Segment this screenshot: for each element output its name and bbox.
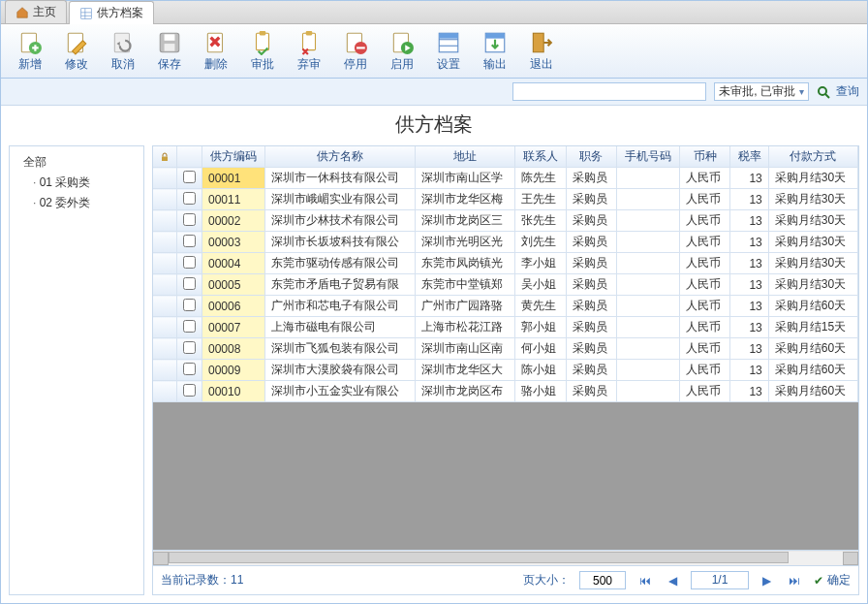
row-checkbox-cell[interactable]: [177, 210, 202, 232]
cell-name: 深圳市少林技术有限公司: [265, 210, 416, 232]
page-size-input[interactable]: [579, 571, 626, 589]
cell-tax: 13: [730, 232, 768, 253]
cell-name: 深圳市飞狐包装有限公司: [265, 338, 416, 360]
data-grid[interactable]: 供方编码供方名称地址联系人职务手机号码币种税率付款方式 00001深圳市一休科技…: [153, 146, 858, 550]
exit-button[interactable]: 退出: [518, 27, 565, 76]
row-checkbox-cell[interactable]: [177, 360, 202, 381]
settings-button[interactable]: 设置: [425, 27, 472, 76]
column-header-0[interactable]: 供方编码: [202, 146, 265, 168]
delete-button[interactable]: 删除: [193, 27, 239, 76]
cell-name: 东莞市驱动传感有限公司: [265, 253, 416, 274]
cell-job: 采购员: [566, 253, 616, 274]
row-checkbox-cell[interactable]: [177, 338, 202, 360]
ok-button[interactable]: ✔ 确定: [814, 572, 851, 588]
row-lock-cell: [153, 210, 177, 232]
grid-wrap: 供方编码供方名称地址联系人职务手机号码币种税率付款方式 00001深圳市一休科技…: [152, 145, 859, 595]
cell-pay: 采购月结30天: [768, 168, 857, 189]
tree-item-0[interactable]: 全部: [14, 152, 140, 173]
scroll-right-button[interactable]: [843, 552, 858, 565]
reject-button[interactable]: 弃审: [286, 27, 332, 76]
cell-tax: 13: [730, 210, 768, 232]
lock-column-header: [153, 146, 177, 168]
table-row[interactable]: 00009深圳市大漠胶袋有限公司深圳市龙华区大陈小姐采购员人民币13采购月结60…: [153, 360, 858, 381]
column-header-3[interactable]: 联系人: [515, 146, 566, 168]
row-checkbox[interactable]: [183, 341, 196, 354]
row-checkbox-cell[interactable]: [177, 189, 202, 210]
tree-item-1[interactable]: 01 采购类: [14, 173, 140, 193]
table-row[interactable]: 00002深圳市少林技术有限公司深圳市龙岗区三张先生采购员人民币13采购月结30…: [153, 210, 858, 232]
tab-0[interactable]: 主页: [5, 0, 67, 23]
table-row[interactable]: 00003深圳市长坂坡科技有限公深圳市光明区光刘先生采购员人民币13采购月结30…: [153, 232, 858, 253]
svg-rect-18: [356, 47, 365, 48]
edit-button[interactable]: 修改: [53, 27, 100, 76]
cell-contact: 何小姐: [515, 338, 566, 360]
column-header-1[interactable]: 供方名称: [265, 146, 416, 168]
pager: 当前记录数：11 页大小： ⏮ ◀ 1/1 ▶ ⏭ ✔ 确定: [153, 565, 858, 594]
category-tree: 全部01 采购类02 委外类: [9, 145, 144, 595]
enable-button[interactable]: 启用: [379, 27, 425, 76]
table-row[interactable]: 00005东莞市矛盾电子贸易有限东莞市中堂镇郑吴小姐采购员人民币13采购月结30…: [153, 274, 858, 296]
enable-icon: [389, 30, 415, 55]
export-button[interactable]: 输出: [472, 27, 518, 76]
horizontal-scrollbar[interactable]: [153, 550, 858, 565]
cell-tax: 13: [730, 338, 768, 360]
row-checkbox[interactable]: [183, 299, 196, 311]
scroll-left-button[interactable]: [153, 552, 169, 565]
cell-contact: 郭小姐: [515, 317, 566, 338]
prev-page-button[interactable]: ◀: [665, 574, 681, 588]
row-checkbox[interactable]: [183, 384, 196, 397]
row-checkbox-cell[interactable]: [177, 253, 202, 274]
row-checkbox-cell[interactable]: [177, 232, 202, 253]
cell-currency: 人民币: [680, 338, 730, 360]
table-row[interactable]: 00001深圳市一休科技有限公司深圳市南山区学陈先生采购员人民币13采购月结30…: [153, 168, 858, 189]
row-checkbox[interactable]: [183, 363, 196, 375]
add-button[interactable]: 新增: [7, 27, 53, 76]
row-checkbox[interactable]: [183, 320, 196, 333]
cell-code: 00011: [202, 189, 265, 210]
table-row[interactable]: 00007上海市磁电有限公司上海市松花江路郭小姐采购员人民币13采购月结15天: [153, 317, 858, 338]
row-checkbox-cell[interactable]: [177, 381, 202, 402]
row-checkbox[interactable]: [183, 256, 196, 269]
column-header-4[interactable]: 职务: [566, 146, 616, 168]
cell-tax: 13: [730, 274, 768, 296]
next-page-button[interactable]: ▶: [759, 574, 775, 588]
save-button[interactable]: 保存: [146, 27, 193, 76]
column-header-8[interactable]: 付款方式: [768, 146, 857, 168]
column-header-7[interactable]: 税率: [730, 146, 768, 168]
cell-code: 00007: [202, 317, 265, 338]
row-checkbox[interactable]: [183, 277, 196, 290]
search-input[interactable]: [512, 82, 706, 101]
row-checkbox-cell[interactable]: [177, 296, 202, 317]
table-row[interactable]: 00006广州市和芯电子有限公司广州市广园路骆黄先生采购员人民币13采购月结60…: [153, 296, 858, 317]
tab-1[interactable]: 供方档案: [69, 1, 154, 24]
cell-addr: 广州市广园路骆: [415, 296, 515, 317]
disable-button[interactable]: 停用: [332, 27, 379, 76]
row-checkbox[interactable]: [183, 213, 196, 226]
cell-pay: 采购月结15天: [768, 317, 857, 338]
row-checkbox-cell[interactable]: [177, 274, 202, 296]
approve-button[interactable]: 审批: [239, 27, 286, 76]
status-filter-combo[interactable]: 未审批, 已审批 ▾: [714, 82, 809, 101]
row-checkbox[interactable]: [183, 171, 196, 183]
table-row[interactable]: 00010深圳市小五金实业有限公深圳市龙岗区布骆小姐采购员人民币13采购月结60…: [153, 381, 858, 402]
cell-pay: 采购月结60天: [768, 381, 857, 402]
cancel-button[interactable]: 取消: [100, 27, 146, 76]
query-button[interactable]: 查询: [817, 83, 859, 100]
scroll-thumb[interactable]: [169, 552, 789, 563]
checkbox-column-header: [177, 146, 202, 168]
tree-item-2[interactable]: 02 委外类: [14, 193, 140, 213]
scroll-track[interactable]: [169, 552, 843, 565]
column-header-6[interactable]: 币种: [680, 146, 730, 168]
page-info: 1/1: [691, 571, 749, 589]
row-checkbox-cell[interactable]: [177, 317, 202, 338]
first-page-button[interactable]: ⏮: [636, 574, 655, 588]
column-header-2[interactable]: 地址: [415, 146, 515, 168]
row-checkbox[interactable]: [183, 192, 196, 205]
row-checkbox[interactable]: [183, 235, 196, 247]
column-header-5[interactable]: 手机号码: [616, 146, 679, 168]
table-row[interactable]: 00008深圳市飞狐包装有限公司深圳市南山区南何小姐采购员人民币13采购月结60…: [153, 338, 858, 360]
table-row[interactable]: 00004东莞市驱动传感有限公司东莞市凤岗镇光李小姐采购员人民币13采购月结30…: [153, 253, 858, 274]
table-row[interactable]: 00011深圳市峨嵋实业有限公司深圳市龙华区梅王先生采购员人民币13采购月结30…: [153, 189, 858, 210]
last-page-button[interactable]: ⏭: [785, 574, 804, 588]
row-checkbox-cell[interactable]: [177, 168, 202, 189]
